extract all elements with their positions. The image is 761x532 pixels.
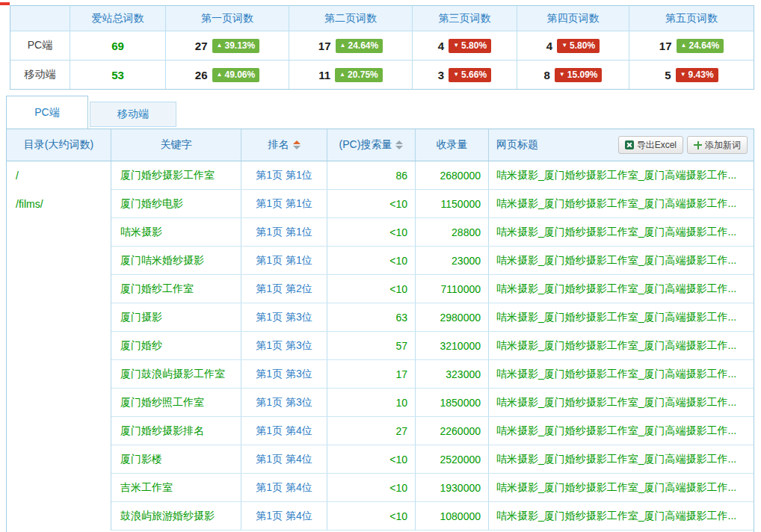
summary-page-cell: 3▼5.66% bbox=[412, 61, 517, 89]
change-badge: ▲39.13% bbox=[212, 39, 260, 53]
table-row: 咭米摄影 第1页 第1位 <10 28800 咭米摄影_厦门婚纱摄影工作室_厦门… bbox=[111, 218, 754, 247]
summary-page-cell: 11▲20.75% bbox=[289, 61, 412, 89]
summary-body: PC端6927▲39.13%17▲24.64%4▼5.80%4▼5.80%17▲… bbox=[10, 31, 754, 89]
page-count: 11 bbox=[318, 69, 330, 81]
arrow-up-icon: ▲ bbox=[217, 72, 223, 78]
keyword-link[interactable]: 厦门咭米婚纱摄影 bbox=[111, 247, 241, 274]
page-title-link[interactable]: 咭米摄影_厦门婚纱摄影工作室_厦门高端摄影工作... bbox=[489, 502, 754, 530]
page-title-link[interactable]: 咭米摄影_厦门婚纱摄影工作室_厦门高端摄影工作... bbox=[489, 332, 754, 359]
keyword-link[interactable]: 吉米工作室 bbox=[111, 474, 241, 501]
page-count: 4 bbox=[438, 40, 444, 52]
page-title-link[interactable]: 咭米摄影_厦门婚纱摄影工作室_厦门高端摄影工作... bbox=[489, 360, 754, 388]
page-title-link[interactable]: 咭米摄影_厦门婚纱摄影工作室_厦门高端摄影工作... bbox=[489, 275, 754, 303]
rank-link[interactable]: 第1页 第2位 bbox=[241, 275, 327, 303]
rank-sort-icon[interactable] bbox=[293, 140, 301, 149]
summary-row: PC端6927▲39.13%17▲24.64%4▼5.80%4▼5.80%17▲… bbox=[10, 31, 754, 60]
table-row: 厦门婚纱工作室 第1页 第2位 <10 7110000 咭米摄影_厦门婚纱摄影工… bbox=[111, 275, 754, 303]
summary-header-page2: 第二页词数 bbox=[289, 6, 412, 31]
page-title-link[interactable]: 咭米摄影_厦门婚纱摄影工作室_厦门高端摄影工作... bbox=[489, 417, 754, 445]
page-title-link[interactable]: 咭米摄影_厦门婚纱摄影工作室_厦门高端摄影工作... bbox=[489, 474, 754, 501]
table-body: //films/ 厦门婚纱摄影工作室 第1页 第1位 86 2680000 咭米… bbox=[7, 161, 754, 531]
keyword-link[interactable]: 厦门婚纱摄影排名 bbox=[111, 417, 241, 445]
toolbar: 导出Excel 添加新词 bbox=[618, 136, 748, 154]
page-title-link[interactable]: 咭米摄影_厦门婚纱摄影工作室_厦门高端摄影工作... bbox=[489, 303, 754, 331]
header-search-volume-label: (PC)搜索量 bbox=[339, 138, 392, 152]
keyword-link[interactable]: 咭米摄影 bbox=[111, 218, 241, 246]
page-title-link[interactable]: 咭米摄影_厦门婚纱摄影工作室_厦门高端摄影工作... bbox=[489, 389, 754, 416]
page-count: 4 bbox=[546, 40, 552, 52]
rank-link[interactable]: 第1页 第4位 bbox=[241, 474, 327, 501]
rank-link[interactable]: 第1页 第1位 bbox=[241, 190, 327, 217]
table-row: 厦门鼓浪屿摄影工作室 第1页 第3位 17 323000 咭米摄影_厦门婚纱摄影… bbox=[111, 360, 754, 389]
rank-link[interactable]: 第1页 第3位 bbox=[241, 389, 327, 416]
summary-table: 爱站总词数 第一页词数 第二页词数 第三页词数 第四页词数 第五页词数 PC端6… bbox=[10, 5, 754, 90]
rank-link[interactable]: 第1页 第4位 bbox=[241, 502, 327, 530]
index-count-value: 323000 bbox=[416, 360, 489, 388]
page-title-link[interactable]: 咭米摄影_厦门婚纱摄影工作室_厦门高端摄影工作... bbox=[489, 247, 754, 274]
keyword-link[interactable]: 厦门婚纱电影 bbox=[111, 190, 241, 217]
rank-link[interactable]: 第1页 第1位 bbox=[241, 247, 327, 274]
index-count-value: 2260000 bbox=[416, 417, 489, 445]
keyword-link[interactable]: 厦门婚纱工作室 bbox=[111, 275, 241, 303]
keyword-link[interactable]: 鼓浪屿旅游婚纱摄影 bbox=[111, 502, 241, 530]
change-percent: 5.66% bbox=[461, 69, 487, 81]
summary-row-label: PC端 bbox=[10, 31, 70, 60]
arrow-down-icon: ▼ bbox=[680, 72, 686, 78]
page-title-link[interactable]: 咭米摄影_厦门婚纱摄影工作室_厦门高端摄影工作... bbox=[489, 218, 754, 246]
page-title-link[interactable]: 咭米摄影_厦门婚纱摄影工作室_厦门高端摄影工作... bbox=[489, 445, 754, 473]
change-badge: ▲20.75% bbox=[335, 68, 383, 82]
keyword-table: 目录(大约词数) 关键字 排名 (PC)搜索量 收录量 网页标题 导出Excel… bbox=[6, 129, 754, 532]
keyword-link[interactable]: 厦门婚纱摄影工作室 bbox=[111, 161, 241, 189]
rank-link[interactable]: 第1页 第3位 bbox=[241, 360, 327, 388]
export-excel-button[interactable]: 导出Excel bbox=[618, 136, 683, 154]
arrow-up-icon: ▲ bbox=[339, 72, 345, 78]
tab-pc[interactable]: PC端 bbox=[6, 96, 88, 129]
arrow-down-icon: ▼ bbox=[453, 43, 459, 49]
page-title-link[interactable]: 咭米摄影_厦门婚纱摄影工作室_厦门高端摄影工作... bbox=[489, 161, 754, 189]
search-volume-sort-icon[interactable] bbox=[395, 140, 403, 149]
summary-total-cell: 53 bbox=[70, 61, 165, 89]
add-keyword-button[interactable]: 添加新词 bbox=[687, 136, 748, 154]
change-percent: 5.80% bbox=[570, 40, 595, 52]
rank-link[interactable]: 第1页 第3位 bbox=[241, 303, 327, 331]
rank-link[interactable]: 第1页 第1位 bbox=[241, 218, 327, 246]
search-volume-value: 63 bbox=[327, 303, 416, 331]
table-row: 厦门婚纱照工作室 第1页 第3位 10 1850000 咭米摄影_厦门婚纱摄影工… bbox=[111, 389, 754, 417]
red-indicator bbox=[0, 2, 10, 5]
summary-header-row: 爱站总词数 第一页词数 第二页词数 第三页词数 第四页词数 第五页词数 bbox=[10, 6, 754, 31]
directory-link[interactable]: / bbox=[7, 161, 111, 190]
summary-page-cell: 5▼9.43% bbox=[629, 61, 754, 89]
rank-link[interactable]: 第1页 第4位 bbox=[241, 417, 327, 445]
page-count: 27 bbox=[195, 40, 208, 52]
rank-link[interactable]: 第1页 第3位 bbox=[241, 332, 327, 359]
summary-header-page4: 第四页词数 bbox=[517, 6, 629, 31]
arrow-down-icon: ▼ bbox=[453, 72, 459, 78]
keyword-link[interactable]: 厦门影楼 bbox=[111, 445, 241, 473]
header-directory: 目录(大约词数) bbox=[7, 129, 111, 161]
change-badge: ▼15.09% bbox=[555, 68, 603, 82]
summary-page-cell: 17▲24.64% bbox=[289, 31, 412, 60]
rank-link[interactable]: 第1页 第4位 bbox=[241, 445, 327, 473]
search-volume-value: 27 bbox=[327, 417, 416, 445]
page-count: 5 bbox=[665, 69, 671, 81]
arrow-down-icon: ▼ bbox=[561, 43, 567, 49]
keyword-link[interactable]: 厦门婚纱照工作室 bbox=[111, 389, 241, 416]
change-percent: 49.06% bbox=[224, 69, 255, 81]
keyword-link[interactable]: 厦门摄影 bbox=[111, 303, 241, 331]
index-count-value: 28800 bbox=[416, 218, 489, 246]
arrow-up-icon: ▲ bbox=[217, 43, 223, 49]
summary-row: 移动端5326▲49.06%11▲20.75%3▼5.66%8▼15.09%5▼… bbox=[10, 60, 754, 89]
keyword-link[interactable]: 厦门婚纱 bbox=[111, 332, 241, 359]
change-percent: 5.80% bbox=[461, 40, 487, 52]
index-count-value: 7110000 bbox=[416, 275, 489, 303]
directory-link[interactable]: /films/ bbox=[7, 190, 111, 218]
rank-link[interactable]: 第1页 第1位 bbox=[241, 161, 327, 189]
change-badge: ▼9.43% bbox=[676, 68, 718, 82]
add-keyword-label: 添加新词 bbox=[705, 139, 741, 152]
tab-mobile[interactable]: 移动端 bbox=[90, 102, 176, 127]
change-badge: ▼5.80% bbox=[449, 39, 491, 53]
search-volume-value: 57 bbox=[327, 332, 416, 359]
keyword-link[interactable]: 厦门鼓浪屿摄影工作室 bbox=[111, 360, 241, 388]
page-title-link[interactable]: 咭米摄影_厦门婚纱摄影工作室_厦门高端摄影工作... bbox=[489, 190, 754, 217]
change-badge: ▲49.06% bbox=[212, 68, 260, 82]
